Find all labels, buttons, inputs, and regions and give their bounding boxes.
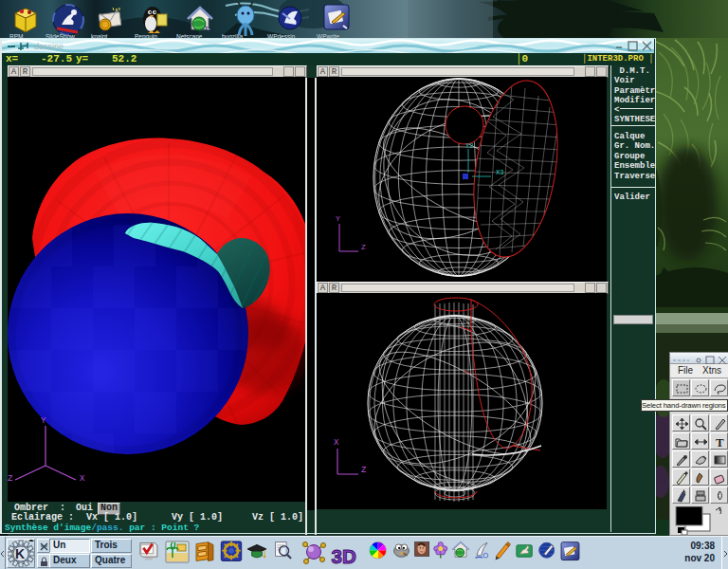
svg-text:Z: Z <box>361 243 366 251</box>
svg-text:Z: Z <box>361 466 367 475</box>
svg-text:X: X <box>80 474 85 484</box>
svg-text:dessine: dessine <box>34 42 64 51</box>
svg-text:Y: Y <box>336 214 340 223</box>
svg-text:X3: X3 <box>496 169 503 176</box>
svg-text:K: K <box>15 546 25 561</box>
svg-text:Y2: Y2 <box>465 142 473 150</box>
svg-text:Z: Z <box>8 474 13 484</box>
svg-text:T: T <box>716 435 724 450</box>
svg-text:Y: Y <box>41 416 46 426</box>
svg-text:3D: 3D <box>332 545 356 567</box>
svg-text:X: X <box>334 438 339 448</box>
